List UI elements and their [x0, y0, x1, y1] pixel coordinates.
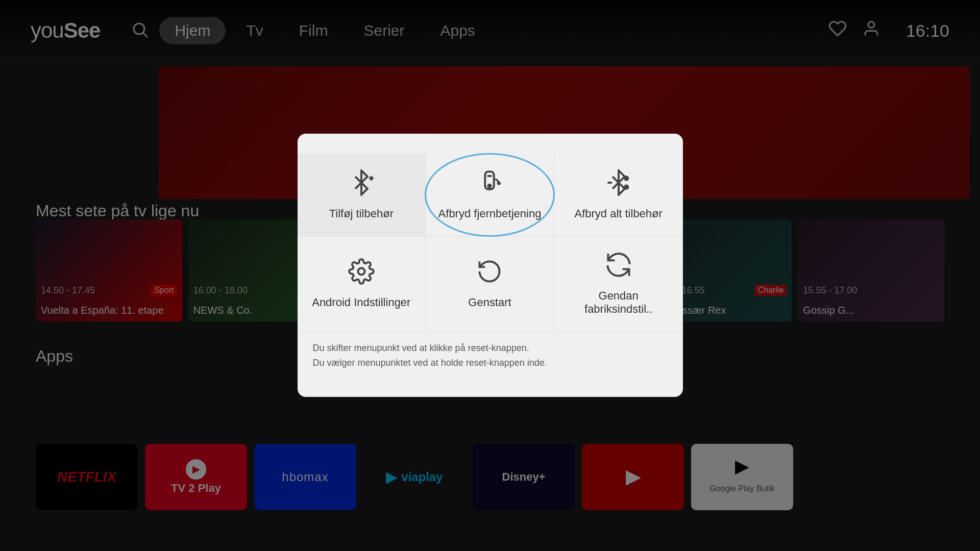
modal-item-gendan[interactable]: Gendan fabriksindstil..: [554, 236, 683, 331]
svg-point-8: [498, 182, 500, 184]
bluetooth-add-icon: [348, 169, 375, 200]
svg-point-12: [358, 268, 364, 274]
modal-top-row: Tilføj tilbehør Afbryd fjernbe: [298, 154, 683, 236]
modal-label-genstart: Genstart: [468, 296, 511, 309]
modal-hint-line2: Du vælger menupunktet ved at holde reset…: [313, 356, 668, 370]
modal-bottom-row: Android Indstillinger Genstart: [298, 236, 683, 332]
modal-dialog: Tilføj tilbehør Afbryd fjernbe: [298, 134, 683, 397]
modal-overlay: Tilføj tilbehør Afbryd fjernbe: [0, 0, 980, 551]
modal-item-afbryd-fjern[interactable]: Afbryd fjernbetjening: [426, 154, 554, 236]
modal-label-gendan: Gendan fabriksindstil..: [565, 289, 673, 316]
svg-point-11: [625, 185, 628, 189]
modal-label-tilfoej: Tilføj tilbehør: [329, 207, 394, 220]
bluetooth-disconnect-icon: [605, 169, 632, 200]
settings-icon: [348, 258, 375, 289]
modal-item-genstart[interactable]: Genstart: [426, 236, 554, 331]
svg-point-10: [625, 177, 628, 180]
modal-item-afbryd-alt[interactable]: Afbryd alt tilbehør: [554, 154, 683, 236]
modal-label-afbryd-fjern: Afbryd fjernbetjening: [438, 207, 542, 220]
remote-disconnect-icon: [476, 169, 503, 200]
modal-hint-line1: Du skifter menupunkt ved at klikke på re…: [313, 341, 668, 356]
modal-item-android[interactable]: Android Indstillinger: [298, 236, 426, 331]
modal-item-tilfoej[interactable]: Tilføj tilbehør: [298, 154, 426, 236]
modal-hint: Du skifter menupunkt ved at klikke på re…: [298, 332, 683, 380]
modal-label-afbryd-alt: Afbryd alt tilbehør: [574, 207, 662, 220]
svg-point-6: [488, 185, 491, 187]
factory-reset-icon: [605, 252, 632, 282]
restart-icon: [476, 258, 503, 289]
modal-label-android: Android Indstillinger: [312, 296, 410, 309]
